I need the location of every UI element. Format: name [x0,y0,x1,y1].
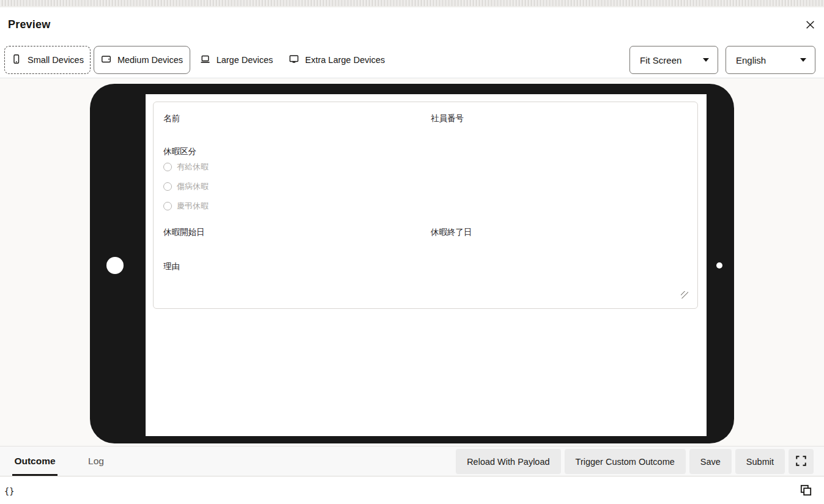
chevron-down-icon [703,58,709,62]
reload-with-payload-button[interactable]: Reload With Payload [456,449,560,474]
employee-number-field-label: 社員番号 [431,113,464,124]
tab-outcome[interactable]: Outcome [12,447,58,476]
end-date-field-label: 休暇終了日 [431,227,472,238]
leave-type-field-label: 休暇区分 [163,146,196,157]
language-value: English [736,55,766,65]
radio-icon[interactable] [163,182,172,191]
small-devices-label: Small Devices [28,55,84,65]
tablet-device-frame: 名前 社員番号 休暇区分 有給休暇 傷病休暇 慶弔 [90,84,734,443]
dialog-title: Preview [8,7,50,42]
fullscreen-icon [796,456,806,468]
language-select[interactable]: English [726,46,815,74]
device-toolbar: Small Devices Medium Devices Large Devic… [0,42,824,78]
radio-option-sick-leave[interactable]: 傷病休暇 [163,181,209,192]
start-date-input[interactable] [163,239,420,255]
close-button[interactable] [803,19,817,32]
trigger-custom-outcome-button[interactable]: Trigger Custom Outcome [565,449,686,474]
tablet-icon [101,54,111,66]
radio-option-label: 慶弔休暇 [177,201,209,212]
copy-icon [800,484,812,498]
chevron-down-icon [800,58,806,62]
extra-large-devices-label: Extra Large Devices [305,55,385,65]
preview-dialog: Preview Small Devices Med [0,0,824,504]
laptop-icon [200,54,210,66]
monitor-icon [289,54,299,66]
radio-option-label: 傷病休暇 [177,181,209,192]
close-icon [805,20,815,32]
tablet-camera-dot [716,262,722,269]
radio-option-condolence-leave[interactable]: 慶弔休暇 [163,201,209,212]
tablet-screen: 名前 社員番号 休暇区分 有給休暇 傷病休暇 慶弔 [146,94,707,436]
save-button[interactable]: Save [689,449,732,474]
fullscreen-button[interactable] [789,449,814,474]
leave-request-form: 名前 社員番号 休暇区分 有給休暇 傷病休暇 慶弔 [153,102,698,309]
outcome-json-content: {} [4,486,14,496]
small-devices-button[interactable]: Small Devices [4,46,91,74]
tablet-home-button [106,257,124,274]
extra-large-devices-button[interactable]: Extra Large Devices [283,46,390,74]
large-devices-button[interactable]: Large Devices [195,46,278,74]
copy-button[interactable] [800,485,812,497]
fit-screen-select[interactable]: Fit Screen [629,46,718,74]
background-page-strip [0,0,824,7]
tab-log[interactable]: Log [83,447,109,476]
medium-devices-label: Medium Devices [117,55,183,65]
end-date-input[interactable] [431,239,688,255]
submit-button[interactable]: Submit [735,449,785,474]
action-buttons-group: Reload With Payload Trigger Custom Outco… [456,449,814,474]
fit-screen-value: Fit Screen [640,55,681,65]
reason-textarea[interactable] [163,273,688,301]
reason-field-label: 理由 [163,261,180,272]
medium-devices-button[interactable]: Medium Devices [94,46,190,74]
radio-icon[interactable] [163,163,172,171]
bottom-action-bar: Outcome Log Reload With Payload Trigger … [0,446,824,476]
employee-number-input[interactable] [431,125,688,141]
name-field-label: 名前 [163,113,180,124]
radio-option-paid-leave[interactable]: 有給休暇 [163,161,209,172]
start-date-field-label: 休暇開始日 [163,227,205,238]
name-input[interactable] [163,125,420,141]
large-devices-label: Large Devices [217,55,273,65]
radio-icon[interactable] [163,202,172,210]
dialog-header: Preview [0,7,824,42]
phone-icon [11,54,21,66]
radio-option-label: 有給休暇 [177,161,209,172]
outcome-panel: {} [0,476,824,504]
preview-canvas: 名前 社員番号 休暇区分 有給休暇 傷病休暇 慶弔 [0,78,824,446]
textarea-resize-handle-icon[interactable] [681,291,688,298]
